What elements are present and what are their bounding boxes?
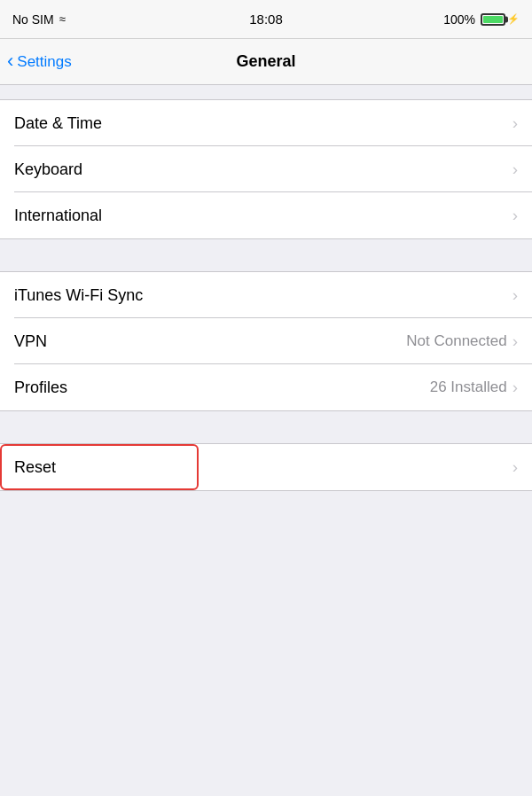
profiles-chevron-icon: › — [512, 378, 518, 397]
date-time-label: Date & Time — [14, 114, 102, 133]
settings-group-1: Date & Time › Keyboard › International › — [0, 99, 532, 239]
reset-row[interactable]: Reset › — [0, 444, 532, 490]
date-time-chevron-icon: › — [512, 113, 518, 133]
back-label[interactable]: Settings — [17, 53, 71, 71]
carrier-label: No SIM — [12, 12, 54, 27]
profiles-right: 26 Installed › — [430, 378, 518, 397]
date-time-row[interactable]: Date & Time › — [0, 100, 532, 146]
status-bar: No SIM ≈ 18:08 100% ⚡ — [0, 0, 532, 39]
battery-wrapper: ⚡ — [481, 13, 520, 26]
back-chevron-icon: ‹ — [7, 51, 13, 71]
keyboard-row[interactable]: Keyboard › — [0, 146, 532, 192]
keyboard-right: › — [512, 160, 518, 179]
vpn-chevron-icon: › — [512, 332, 518, 351]
wifi-icon: ≈ — [59, 12, 66, 26]
international-right: › — [512, 206, 518, 225]
status-left: No SIM ≈ — [12, 12, 66, 27]
itunes-wifi-sync-right: › — [512, 285, 518, 305]
battery-icon — [481, 13, 505, 26]
reset-chevron-icon: › — [512, 457, 518, 477]
profiles-row[interactable]: Profiles 26 Installed › — [0, 364, 532, 410]
date-time-right: › — [512, 113, 518, 133]
profiles-label: Profiles — [14, 378, 67, 397]
status-time: 18:08 — [249, 12, 283, 27]
keyboard-label: Keyboard — [14, 160, 82, 179]
settings-group-3: Reset › — [0, 443, 532, 491]
itunes-wifi-sync-row[interactable]: iTunes Wi-Fi Sync › — [0, 272, 532, 318]
international-label: International — [14, 207, 102, 225]
bottom-spacer — [0, 491, 532, 668]
reset-right: › — [512, 457, 518, 477]
settings-group-2: iTunes Wi-Fi Sync › VPN Not Connected › … — [0, 271, 532, 411]
back-button[interactable]: ‹ Settings — [7, 52, 72, 71]
section-spacer-1 — [0, 239, 532, 271]
reset-label: Reset — [14, 458, 56, 477]
section-spacer-2 — [0, 411, 532, 443]
itunes-wifi-sync-label: iTunes Wi-Fi Sync — [14, 286, 143, 305]
vpn-value: Not Connected — [406, 332, 506, 350]
battery-percent: 100% — [443, 12, 475, 27]
vpn-right: Not Connected › — [406, 332, 518, 351]
nav-title: General — [236, 52, 295, 71]
international-row[interactable]: International › — [0, 192, 532, 238]
keyboard-chevron-icon: › — [512, 160, 518, 179]
top-spacer — [0, 85, 532, 99]
profiles-value: 26 Installed — [430, 378, 507, 396]
battery-fill — [483, 16, 503, 23]
status-right: 100% ⚡ — [443, 12, 520, 27]
itunes-wifi-sync-chevron-icon: › — [512, 285, 518, 305]
international-chevron-icon: › — [512, 206, 518, 225]
charging-icon: ⚡ — [507, 13, 520, 25]
vpn-row[interactable]: VPN Not Connected › — [0, 318, 532, 364]
nav-bar: ‹ Settings General — [0, 39, 532, 85]
vpn-label: VPN — [14, 332, 47, 351]
